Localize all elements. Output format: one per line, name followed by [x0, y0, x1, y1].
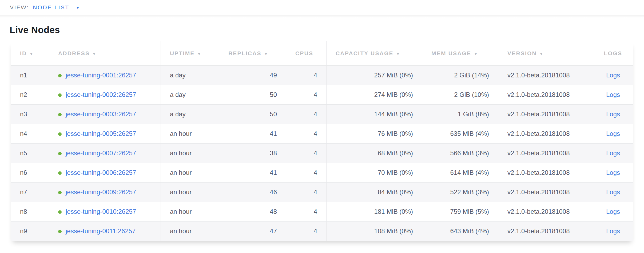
table-row: n2jesse-tuning-0002:26257a day504274 MiB…	[11, 85, 633, 105]
column-header-label: ID	[20, 50, 27, 56]
node-id: n1	[20, 72, 27, 79]
node-replicas: 38	[270, 149, 277, 157]
node-id-cell: n5	[11, 144, 49, 163]
node-capacity-cell: 108 MiB (0%)	[327, 222, 422, 241]
column-header-id[interactable]: ID▼	[11, 41, 49, 66]
node-id: n6	[20, 169, 27, 176]
node-logs-link[interactable]: Logs	[606, 91, 620, 98]
node-id: n2	[20, 91, 27, 98]
node-replicas-cell: 50	[219, 105, 286, 124]
live-status-icon	[58, 210, 62, 214]
column-header-version[interactable]: VERSION▼	[498, 41, 593, 66]
column-header-replicas[interactable]: REPLICAS▼	[219, 41, 286, 66]
node-logs-link[interactable]: Logs	[606, 149, 620, 157]
node-address-link[interactable]: jesse-tuning-0010:26257	[66, 208, 136, 215]
node-mem-usage: 2 GiB (14%)	[454, 72, 489, 79]
node-address-cell: jesse-tuning-0007:26257	[49, 144, 161, 163]
node-cpus: 4	[314, 72, 317, 79]
node-mem-usage: 1 GiB (8%)	[458, 110, 489, 118]
node-capacity-usage: 144 MiB (0%)	[374, 110, 413, 118]
node-logs-link[interactable]: Logs	[606, 169, 620, 176]
node-replicas-cell: 46	[219, 183, 286, 202]
node-logs-link[interactable]: Logs	[606, 227, 620, 235]
node-address-cell: jesse-tuning-0005:26257	[49, 124, 161, 144]
node-address-link[interactable]: jesse-tuning-0006:26257	[66, 169, 136, 176]
node-logs-link[interactable]: Logs	[606, 110, 620, 118]
node-uptime-cell: an hour	[161, 222, 219, 241]
node-mem-cell: 635 MiB (4%)	[422, 124, 498, 144]
node-version: v2.1.0-beta.20181008	[507, 149, 570, 157]
column-header-address[interactable]: ADDRESS▼	[49, 41, 161, 66]
node-version: v2.1.0-beta.20181008	[507, 110, 570, 118]
column-header-logs: LOGS	[593, 41, 633, 66]
node-version-cell: v2.1.0-beta.20181008	[498, 222, 593, 241]
node-cpus-cell: 4	[286, 105, 327, 124]
node-address-cell: jesse-tuning-0003:26257	[49, 105, 161, 124]
node-address-link[interactable]: jesse-tuning-0003:26257	[66, 110, 136, 118]
node-mem-cell: 759 MiB (5%)	[422, 202, 498, 222]
node-logs-link[interactable]: Logs	[606, 208, 620, 215]
node-capacity-cell: 257 MiB (0%)	[327, 66, 422, 85]
node-id: n8	[20, 208, 27, 215]
sort-desc-icon: ▼	[474, 52, 478, 56]
node-cpus-cell: 4	[286, 183, 327, 202]
column-header-label: CPUS	[295, 50, 313, 56]
sort-desc-icon: ▼	[92, 52, 97, 56]
node-id-cell: n9	[11, 222, 49, 241]
node-replicas-cell: 47	[219, 222, 286, 241]
node-mem-cell: 566 MiB (3%)	[422, 144, 498, 163]
node-address-cell: jesse-tuning-0002:26257	[49, 85, 161, 105]
live-status-icon	[58, 230, 62, 233]
node-replicas: 47	[270, 227, 277, 235]
node-mem-usage: 2 GiB (10%)	[454, 91, 489, 98]
node-version-cell: v2.1.0-beta.20181008	[498, 183, 593, 202]
sort-desc-icon: ▼	[396, 52, 400, 56]
column-header-capacity_usage[interactable]: CAPACITY USAGE▼	[327, 41, 422, 66]
node-logs-cell: Logs	[593, 144, 633, 163]
node-address-link[interactable]: jesse-tuning-0002:26257	[66, 91, 136, 98]
node-logs-cell: Logs	[593, 66, 633, 85]
node-capacity-usage: 76 MiB (0%)	[378, 130, 413, 137]
node-cpus: 4	[314, 91, 317, 98]
column-header-uptime[interactable]: UPTIME▼	[161, 41, 219, 66]
node-mem-cell: 522 MiB (3%)	[422, 183, 498, 202]
node-address-cell: jesse-tuning-0006:26257	[49, 163, 161, 183]
node-address-link[interactable]: jesse-tuning-0009:26257	[66, 188, 136, 196]
node-version-cell: v2.1.0-beta.20181008	[498, 202, 593, 222]
table-row: n7jesse-tuning-0009:26257an hour46484 Mi…	[11, 183, 633, 202]
node-id-cell: n2	[11, 85, 49, 105]
node-uptime-cell: a day	[161, 105, 219, 124]
node-cpus: 4	[314, 130, 317, 137]
node-uptime: an hour	[170, 188, 192, 196]
node-address-link[interactable]: jesse-tuning-0005:26257	[66, 130, 136, 137]
sort-desc-icon: ▼	[264, 52, 268, 56]
table-row: n4jesse-tuning-0005:26257an hour41476 Mi…	[11, 124, 633, 144]
node-replicas: 50	[270, 110, 277, 118]
table-row: n5jesse-tuning-0007:26257an hour38468 Mi…	[11, 144, 633, 163]
node-uptime: an hour	[170, 227, 192, 235]
node-cpus: 4	[314, 188, 317, 196]
column-header-label: VERSION	[507, 50, 537, 56]
node-id-cell: n7	[11, 183, 49, 202]
node-logs-link[interactable]: Logs	[606, 188, 620, 196]
view-dropdown[interactable]: NODE LIST ▼	[33, 4, 80, 11]
node-capacity-cell: 84 MiB (0%)	[327, 183, 422, 202]
node-uptime-cell: an hour	[161, 124, 219, 144]
view-selector-bar: VIEW: NODE LIST ▼	[0, 0, 644, 15]
node-address-link[interactable]: jesse-tuning-0001:26257	[66, 72, 136, 79]
node-logs-link[interactable]: Logs	[606, 130, 620, 137]
node-capacity-usage: 70 MiB (0%)	[378, 169, 413, 176]
node-replicas-cell: 41	[219, 124, 286, 144]
node-mem-usage: 566 MiB (3%)	[450, 149, 489, 157]
column-header-mem_usage[interactable]: MEM USAGE▼	[422, 41, 498, 66]
node-logs-link[interactable]: Logs	[606, 72, 620, 79]
node-replicas-cell: 50	[219, 85, 286, 105]
node-logs-cell: Logs	[593, 124, 633, 144]
node-address-link[interactable]: jesse-tuning-0007:26257	[66, 149, 136, 157]
node-address-cell: jesse-tuning-0009:26257	[49, 183, 161, 202]
node-address-link[interactable]: jesse-tuning-0011:26257	[66, 227, 136, 235]
node-id-cell: n1	[11, 66, 49, 85]
node-replicas: 50	[270, 91, 277, 98]
view-label: VIEW:	[10, 4, 29, 11]
live-status-icon	[58, 191, 62, 194]
